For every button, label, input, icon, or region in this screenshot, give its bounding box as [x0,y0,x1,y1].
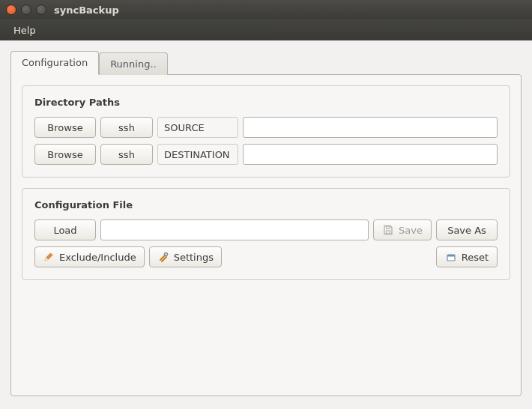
tabstrip: Configuration Running.. [10,51,522,75]
notebook: Configuration Running.. Directory Paths … [10,51,522,397]
browse-source-button[interactable]: Browse [34,117,96,138]
save-as-button[interactable]: Save As [436,219,498,240]
save-icon [382,224,394,236]
window-titlebar: syncBackup [0,0,532,19]
window-buttons [6,4,46,15]
source-path-input[interactable] [243,117,498,138]
window-title: syncBackup [54,4,119,16]
menubar: Help [0,19,532,40]
tab-page-configuration: Directory Paths Browse ssh SOURCE Browse… [10,74,522,396]
ssh-source-button[interactable]: ssh [100,117,153,138]
svg-rect-0 [387,231,390,234]
reset-label: Reset [462,252,489,263]
maximize-window-button[interactable] [36,4,46,15]
svg-rect-1 [387,226,390,228]
config-file-input[interactable] [100,219,369,240]
save-button[interactable]: Save [373,219,432,240]
settings-icon [157,251,169,263]
load-button[interactable]: Load [34,219,96,240]
content-area: Configuration Running.. Directory Paths … [0,40,532,408]
settings-button[interactable]: Settings [149,246,222,267]
config-actions-row: Exclude/Include Settings [34,246,498,267]
reset-icon [445,251,457,263]
settings-label: Settings [174,252,214,263]
destination-row: Browse ssh DESTINATION [34,144,498,165]
source-row: Browse ssh SOURCE [34,117,498,138]
minimize-window-button[interactable] [21,4,31,15]
directory-paths-title: Directory Paths [34,97,498,108]
close-window-button[interactable] [6,4,16,15]
reset-button[interactable]: Reset [436,246,498,267]
source-label: SOURCE [157,117,238,138]
config-file-row: Load Save Save As [34,219,498,240]
exclude-include-button[interactable]: Exclude/Include [34,246,145,267]
tab-running[interactable]: Running.. [99,52,168,75]
frame-configuration-file: Configuration File Load Save [22,188,510,280]
exclude-include-label: Exclude/Include [59,252,136,263]
menu-help[interactable]: Help [7,22,42,38]
pencil-icon [43,251,55,263]
ssh-destination-button[interactable]: ssh [100,144,153,165]
tab-configuration[interactable]: Configuration [10,51,99,75]
frame-directory-paths: Directory Paths Browse ssh SOURCE Browse… [22,85,510,178]
save-button-label: Save [399,225,423,236]
configuration-file-title: Configuration File [34,199,498,210]
destination-path-input[interactable] [243,144,498,165]
svg-point-2 [164,253,167,256]
browse-destination-button[interactable]: Browse [34,144,96,165]
destination-label: DESTINATION [157,144,238,165]
svg-rect-4 [447,255,455,257]
